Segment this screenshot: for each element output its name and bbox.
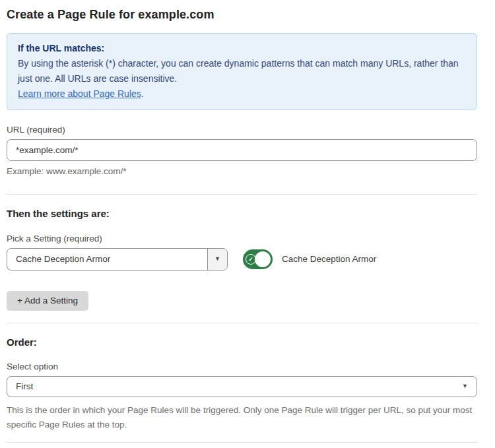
- divider: [7, 194, 477, 195]
- settings-section-heading: Then the settings are:: [7, 208, 477, 219]
- order-select-value: First: [16, 381, 33, 391]
- chevron-down-icon: ▼: [214, 256, 220, 262]
- setting-select-arrow-button[interactable]: ▼: [207, 249, 227, 270]
- url-field-label: URL (required): [7, 125, 477, 135]
- chevron-down-icon: ▼: [462, 383, 468, 389]
- info-box-heading: If the URL matches:: [18, 41, 466, 56]
- url-match-info-box: If the URL matches: By using the asteris…: [7, 33, 477, 110]
- info-box-link-line: Learn more about Page Rules.: [18, 86, 466, 102]
- order-select-label: Select option: [7, 362, 477, 371]
- divider: [7, 323, 477, 323]
- setting-toggle[interactable]: ✓: [243, 249, 273, 269]
- link-suffix: .: [141, 88, 144, 99]
- pick-setting-label: Pick a Setting (required): [7, 234, 477, 243]
- setting-select-value: Cache Deception Armor: [7, 249, 207, 270]
- setting-toggle-label: Cache Deception Armor: [282, 254, 376, 264]
- divider: [7, 442, 477, 443]
- info-box-body: By using the asterisk (*) character, you…: [18, 56, 466, 86]
- toggle-knob: [255, 251, 271, 267]
- add-setting-button[interactable]: + Add a Setting: [7, 291, 88, 311]
- url-input[interactable]: [7, 139, 477, 161]
- order-section-heading: Order:: [7, 336, 477, 348]
- learn-more-link[interactable]: Learn more about Page Rules: [18, 88, 141, 99]
- create-page-rule-form: Create a Page Rule for example.com If th…: [0, 0, 495, 448]
- url-example-text: Example: www.example.com/*: [7, 166, 477, 176]
- page-title: Create a Page Rule for example.com: [7, 8, 477, 22]
- setting-row: Cache Deception Armor ▼ ✓ Cache Deceptio…: [7, 248, 477, 271]
- order-helper-text: This is the order in which your Page Rul…: [7, 403, 477, 432]
- setting-select[interactable]: Cache Deception Armor ▼: [7, 248, 228, 271]
- order-select[interactable]: First ▼: [7, 376, 477, 397]
